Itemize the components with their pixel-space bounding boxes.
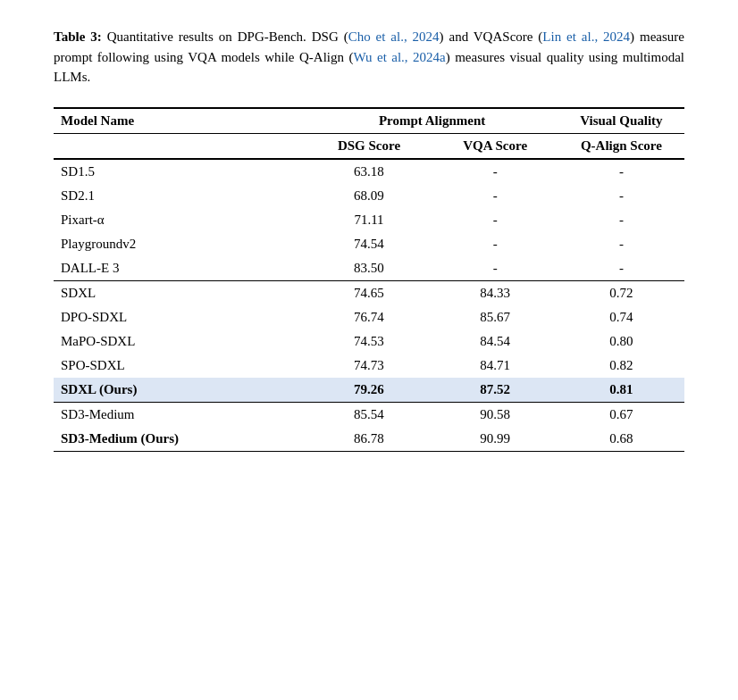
caption-label: Table 3: (54, 29, 102, 44)
cell-dsg-score: 76.74 (306, 305, 432, 329)
cell-vqa-score: 84.71 (432, 354, 558, 378)
cell-model-name: SD2.1 (54, 184, 306, 208)
table-row: Playgroundv274.54-- (54, 232, 684, 256)
cell-dsg-score: 71.11 (306, 208, 432, 232)
cell-dsg-score: 63.18 (306, 159, 432, 184)
cell-quality-score: - (558, 184, 684, 208)
th-prompt-alignment: Prompt Alignment (306, 108, 558, 134)
cell-vqa-score: 90.58 (432, 402, 558, 427)
th-dsg-score: DSG Score (306, 133, 432, 159)
cell-vqa-score: 84.54 (432, 329, 558, 354)
cell-quality-score: 0.81 (558, 378, 684, 403)
cell-quality-score: - (558, 208, 684, 232)
caption-ref3: Wu et al., 2024a (353, 50, 445, 64)
cell-quality-score: - (558, 159, 684, 184)
table-row: DALL-E 383.50-- (54, 256, 684, 281)
cell-vqa-score: - (432, 208, 558, 232)
cell-model-name: MaPO-SDXL (54, 329, 306, 354)
table-row: SDXL (Ours)79.2687.520.81 (54, 378, 684, 403)
table-row: SPO-SDXL74.7384.710.82 (54, 354, 684, 378)
cell-vqa-score: - (432, 184, 558, 208)
th-model-sublabel (54, 133, 306, 159)
cell-quality-score: 0.67 (558, 402, 684, 427)
table-header-row-2: DSG Score VQA Score Q-Align Score (54, 133, 684, 159)
th-vqa-score: VQA Score (432, 133, 558, 159)
cell-model-name: DPO-SDXL (54, 305, 306, 329)
results-table: Model Name Prompt Alignment Visual Quali… (54, 107, 684, 452)
cell-dsg-score: 74.65 (306, 280, 432, 305)
cell-model-name: SPO-SDXL (54, 354, 306, 378)
cell-model-name: DALL-E 3 (54, 256, 306, 281)
table-row: SD1.563.18-- (54, 159, 684, 184)
cell-quality-score: 0.72 (558, 280, 684, 305)
cell-dsg-score: 74.73 (306, 354, 432, 378)
th-visual-quality: Visual Quality (558, 108, 684, 134)
cell-vqa-score: - (432, 232, 558, 256)
table-caption: Table 3: Quantitative results on DPG-Ben… (54, 27, 684, 88)
cell-dsg-score: 86.78 (306, 427, 432, 452)
cell-quality-score: - (558, 232, 684, 256)
cell-quality-score: - (558, 256, 684, 281)
cell-model-name: Pixart-α (54, 208, 306, 232)
cell-quality-score: 0.82 (558, 354, 684, 378)
cell-dsg-score: 85.54 (306, 402, 432, 427)
table-row: SD2.168.09-- (54, 184, 684, 208)
cell-dsg-score: 83.50 (306, 256, 432, 281)
cell-model-name: SD3-Medium (54, 402, 306, 427)
cell-dsg-score: 74.53 (306, 329, 432, 354)
cell-dsg-score: 79.26 (306, 378, 432, 403)
caption-ref1: Cho et al., 2024 (348, 29, 440, 44)
table-row: SDXL74.6584.330.72 (54, 280, 684, 305)
cell-vqa-score: - (432, 159, 558, 184)
cell-dsg-score: 74.54 (306, 232, 432, 256)
caption-ref2: Lin et al., 2024 (542, 29, 630, 44)
cell-quality-score: 0.80 (558, 329, 684, 354)
cell-quality-score: 0.74 (558, 305, 684, 329)
cell-model-name: SD1.5 (54, 159, 306, 184)
table-row: DPO-SDXL76.7485.670.74 (54, 305, 684, 329)
cell-model-name: Playgroundv2 (54, 232, 306, 256)
table-header-row-1: Model Name Prompt Alignment Visual Quali… (54, 108, 684, 134)
caption-text2: ) and VQAScore ( (440, 29, 543, 44)
th-model-name: Model Name (54, 108, 306, 134)
caption-text1: Quantitative results on DPG-Bench. DSG ( (102, 29, 348, 44)
cell-vqa-score: 85.67 (432, 305, 558, 329)
table-row: SD3-Medium (Ours)86.7890.990.68 (54, 427, 684, 452)
th-qalign-score: Q-Align Score (558, 133, 684, 159)
cell-vqa-score: 90.99 (432, 427, 558, 452)
table-row: Pixart-α71.11-- (54, 208, 684, 232)
cell-vqa-score: 87.52 (432, 378, 558, 403)
cell-model-name: SD3-Medium (Ours) (54, 427, 306, 452)
cell-vqa-score: 84.33 (432, 280, 558, 305)
table-row: SD3-Medium85.5490.580.67 (54, 402, 684, 427)
cell-vqa-score: - (432, 256, 558, 281)
cell-model-name: SDXL (54, 280, 306, 305)
cell-quality-score: 0.68 (558, 427, 684, 452)
cell-dsg-score: 68.09 (306, 184, 432, 208)
table-row: MaPO-SDXL74.5384.540.80 (54, 329, 684, 354)
cell-model-name: SDXL (Ours) (54, 378, 306, 403)
